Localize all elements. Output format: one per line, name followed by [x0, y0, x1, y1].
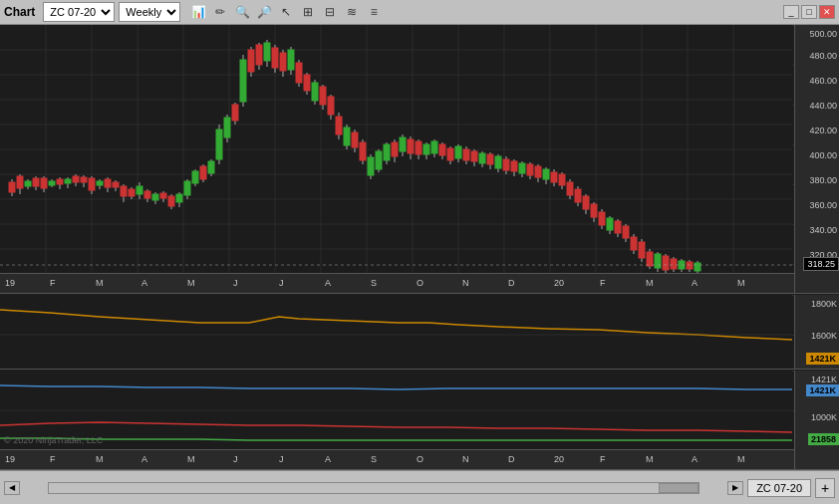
svg-rect-31	[25, 181, 31, 186]
scroll-left-button[interactable]: ◀	[4, 481, 20, 495]
close-button[interactable]: ✕	[819, 5, 835, 19]
svg-rect-85	[240, 60, 246, 102]
svg-rect-41	[65, 179, 71, 183]
svg-rect-157	[527, 164, 533, 175]
current-price-badge: 318.25	[803, 257, 839, 271]
strategy-icon[interactable]: ≋	[342, 2, 362, 22]
svg-rect-143	[471, 151, 477, 161]
svg-rect-63	[152, 194, 158, 200]
svg-rect-97	[288, 50, 294, 70]
svg-rect-73	[192, 171, 198, 183]
properties-icon[interactable]: ⊞	[298, 2, 318, 22]
cursor-icon[interactable]: ↖	[276, 2, 296, 22]
svg-rect-111	[344, 127, 350, 145]
svg-rect-187	[647, 252, 653, 266]
cot3-chart	[0, 371, 792, 450]
svg-rect-101	[304, 75, 310, 91]
svg-rect-45	[81, 177, 87, 182]
instrument-dropdown[interactable]: ZC 07-20	[43, 2, 115, 22]
cot1-scale: 1800K 1600K 1421K	[794, 295, 839, 369]
svg-rect-165	[559, 174, 565, 185]
svg-rect-27	[9, 182, 15, 192]
svg-rect-129	[416, 141, 421, 154]
price-400: 400.00	[809, 150, 837, 160]
svg-rect-167	[567, 182, 573, 195]
svg-rect-119	[376, 151, 382, 169]
svg-rect-109	[336, 117, 342, 134]
cot3-time-axis: 19 F M A M J J A S O N D 20 F M A M	[0, 449, 794, 469]
title-bar: Chart ZC 07-20 Weekly 📊 ✏ 🔍 🔎 ↖ ⊞ ⊟ ≋ ≡ …	[0, 0, 839, 25]
bar-chart-icon[interactable]: 📊	[188, 2, 208, 22]
svg-rect-193	[671, 259, 677, 269]
restore-button[interactable]: □	[801, 5, 817, 19]
zoom-out-icon[interactable]: 🔎	[254, 2, 274, 22]
svg-rect-117	[368, 157, 374, 175]
svg-rect-29	[17, 176, 23, 188]
svg-rect-173	[591, 204, 597, 217]
svg-rect-155	[519, 163, 525, 173]
timeframe-dropdown[interactable]: Weekly	[119, 2, 180, 22]
scroll-right-button[interactable]: ▶	[727, 481, 743, 495]
price-section: 500.00 480.00 460.00 440.00 420.00 400.0…	[0, 25, 839, 294]
svg-rect-43	[73, 176, 79, 182]
svg-rect-137	[447, 148, 453, 160]
price-440: 440.00	[809, 101, 837, 111]
price-360: 360.00	[809, 200, 837, 210]
svg-rect-177	[607, 218, 613, 230]
svg-rect-171	[583, 196, 589, 209]
cot3-mid: 1000K	[811, 412, 837, 422]
svg-rect-95	[280, 53, 286, 71]
svg-rect-201	[0, 295, 792, 370]
cot3-high: 1421K	[811, 375, 837, 384]
svg-rect-105	[320, 87, 326, 105]
svg-rect-197	[687, 262, 693, 269]
scroll-bar[interactable]	[48, 482, 699, 494]
indicator-icon[interactable]: ⊟	[320, 2, 340, 22]
svg-rect-183	[631, 237, 637, 250]
price-420: 420.00	[809, 126, 837, 135]
svg-rect-47	[89, 178, 95, 190]
svg-rect-127	[408, 139, 414, 153]
chart-title: Chart	[4, 5, 35, 19]
svg-rect-57	[129, 189, 135, 196]
svg-rect-135	[439, 144, 445, 155]
instrument-tab[interactable]: ZC 07-20	[747, 479, 811, 497]
scroll-thumb[interactable]	[659, 483, 699, 493]
svg-rect-99	[296, 63, 302, 83]
svg-rect-65	[160, 193, 166, 198]
svg-rect-87	[248, 50, 254, 72]
svg-rect-121	[384, 144, 390, 160]
svg-rect-81	[224, 118, 230, 137]
svg-rect-37	[49, 181, 55, 185]
svg-rect-33	[33, 178, 39, 186]
window-controls: _ □ ✕	[783, 5, 835, 19]
svg-rect-61	[144, 191, 150, 198]
svg-rect-115	[360, 142, 366, 160]
svg-rect-131	[423, 144, 429, 154]
draw-icon[interactable]: ✏	[210, 2, 230, 22]
cot1-chart	[0, 295, 792, 370]
add-instrument-button[interactable]: +	[815, 478, 835, 498]
svg-rect-75	[200, 166, 206, 179]
svg-rect-181	[623, 226, 629, 238]
svg-rect-153	[511, 161, 517, 171]
price-460: 460.00	[809, 76, 837, 86]
svg-rect-83	[232, 105, 238, 121]
svg-rect-125	[400, 137, 406, 151]
cot3-blue-badge: 1421K	[806, 384, 839, 396]
svg-rect-113	[352, 132, 358, 147]
svg-rect-79	[216, 129, 222, 159]
more-icon[interactable]: ≡	[364, 2, 384, 22]
cot1-section: COT(ZC 07-20 (Weekly),1) 1800K 1600K 142…	[0, 295, 839, 370]
cot3-section: COT(ZC 07-20 (Weekly),3) © 2020 NinjaTra…	[0, 371, 839, 470]
svg-rect-161	[543, 169, 549, 179]
cot1-current: 1421K	[806, 353, 839, 365]
svg-rect-39	[57, 179, 63, 184]
svg-rect-147	[487, 154, 493, 164]
svg-rect-151	[503, 159, 509, 170]
chart-area: 500.00 480.00 460.00 440.00 420.00 400.0…	[0, 25, 839, 504]
svg-rect-91	[264, 43, 270, 61]
zoom-in-icon[interactable]: 🔍	[232, 2, 252, 22]
svg-rect-139	[455, 146, 461, 158]
minimize-button[interactable]: _	[783, 5, 799, 19]
